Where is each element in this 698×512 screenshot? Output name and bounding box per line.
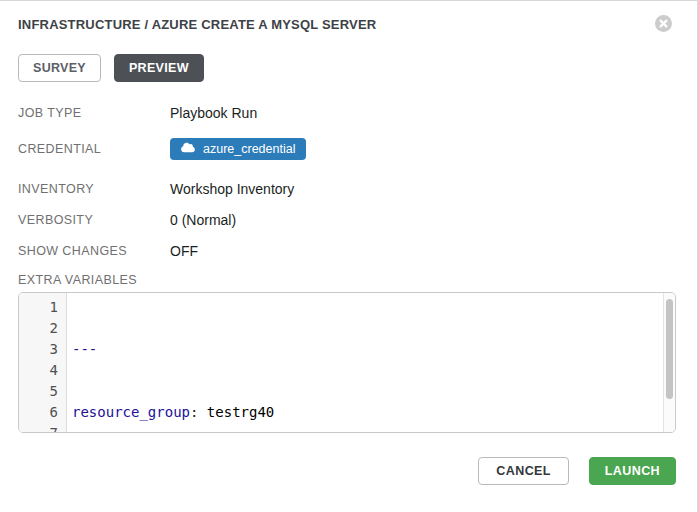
field-label: VERBOSITY — [18, 213, 170, 227]
credential-name: azure_credential — [203, 142, 295, 156]
field-row-inventory: INVENTORY Workshop Inventory — [18, 180, 676, 198]
editor-code-area[interactable]: --- resource_group:testrg40 location:eas… — [67, 293, 675, 432]
tab-preview[interactable]: PREVIEW — [114, 54, 204, 82]
editor-scrollbar-thumb[interactable] — [666, 299, 673, 399]
line-number: 3 — [19, 339, 58, 360]
field-label: JOB TYPE — [18, 106, 170, 120]
field-row-show-changes: SHOW CHANGES OFF — [18, 242, 676, 260]
modal-footer: CANCEL LAUNCH — [18, 457, 676, 485]
editor-line-numbers: 1 2 3 4 5 6 7 — [19, 293, 67, 432]
field-label: CREDENTIAL — [18, 142, 170, 156]
launch-button[interactable]: LAUNCH — [589, 457, 676, 485]
close-button[interactable] — [655, 15, 672, 32]
job-details: JOB TYPE Playbook Run CREDENTIAL azure_c… — [18, 104, 676, 260]
extra-variables-editor[interactable]: 1 2 3 4 5 6 7 --- resource_group:testrg4… — [18, 292, 676, 433]
code-line: resource_group:testrg40 — [72, 402, 675, 423]
field-value: Playbook Run — [170, 105, 257, 121]
field-row-job-type: JOB TYPE Playbook Run — [18, 104, 676, 122]
field-label: INVENTORY — [18, 182, 170, 196]
line-number: 7 — [19, 423, 58, 433]
extra-variables-label: EXTRA VARIABLES — [18, 273, 676, 287]
field-value: Workshop Inventory — [170, 181, 294, 197]
tab-bar: SURVEY PREVIEW — [18, 54, 676, 82]
launch-preview-modal: INFRASTRUCTURE / AZURE CREATE A MYSQL SE… — [0, 0, 698, 512]
credential-badge[interactable]: azure_credential — [170, 138, 306, 160]
field-label: SHOW CHANGES — [18, 244, 170, 258]
field-value: azure_credential — [170, 138, 306, 160]
field-row-credential: CREDENTIAL azure_credential — [18, 138, 676, 160]
cloud-icon — [181, 142, 195, 156]
field-value: 0 (Normal) — [170, 212, 236, 228]
cancel-button[interactable]: CANCEL — [478, 457, 568, 485]
editor-scrollbar[interactable] — [663, 293, 675, 432]
line-number: 4 — [19, 360, 58, 381]
page-title: INFRASTRUCTURE / AZURE CREATE A MYSQL SE… — [18, 17, 376, 32]
tab-survey[interactable]: SURVEY — [18, 54, 101, 82]
code-line: --- — [72, 339, 675, 360]
field-value: OFF — [170, 243, 198, 259]
line-number: 2 — [19, 318, 58, 339]
modal-header: INFRASTRUCTURE / AZURE CREATE A MYSQL SE… — [18, 17, 676, 32]
field-row-verbosity: VERBOSITY 0 (Normal) — [18, 211, 676, 229]
times-circle-icon — [655, 20, 672, 35]
line-number: 5 — [19, 381, 58, 402]
line-number: 1 — [19, 297, 58, 318]
line-number: 6 — [19, 402, 58, 423]
